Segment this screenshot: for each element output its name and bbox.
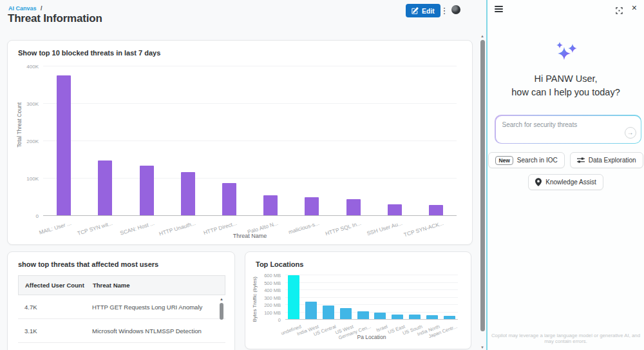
table-row: 3.1KMicrosoft Windows NTLMSSP Detection (18, 319, 225, 343)
y-tick-label: 500 MB (264, 280, 281, 286)
bar (222, 183, 236, 215)
page-title: Threat Information (8, 12, 102, 25)
table-cell: Microsoft Windows NTLMSSP Detection (86, 327, 225, 335)
bar (392, 315, 403, 319)
bar (140, 166, 154, 215)
y-tick-label: 300K (26, 101, 39, 107)
column-header: Affected User Count (19, 282, 86, 289)
scroll-down-icon[interactable]: ▼ (480, 345, 484, 350)
threats-bar-chart: 0100K200K300K400K MAIL: User ...TCP SYN … (43, 66, 457, 216)
search-input[interactable] (496, 116, 641, 143)
copilot-greeting: Hi PANW User, how can I help you today? (488, 72, 644, 99)
bar (340, 308, 352, 320)
y-tick-label: 100 MB (264, 309, 281, 315)
knowledge-assist-button[interactable]: Knowledge Assist (528, 174, 603, 190)
y-tick-label: 300 MB (264, 295, 281, 300)
bar (305, 302, 317, 319)
breadcrumb-link-ai-canvas[interactable]: AI Canvas (8, 5, 37, 12)
table-cell: 4.7K (18, 304, 86, 311)
y-tick-label: 0 (278, 317, 281, 323)
y-tick-label: 600 MB (264, 273, 281, 278)
y-axis-label: Bytes Traffic (bytes) (252, 277, 258, 322)
scroll-up-icon[interactable]: ▲ (220, 297, 223, 302)
table-cell: HTTP GET Requests Long URI Anomaly (86, 304, 225, 311)
chart-title: Show top 10 blocked threats in last 7 da… (18, 49, 160, 57)
chart-title: Top Locations (256, 260, 303, 268)
search-in-ioc-button[interactable]: New Search in IOC (488, 152, 564, 168)
table-body: 4.7KHTTP GET Requests Long URI Anomaly3.… (18, 295, 225, 350)
sparkles-icon (488, 41, 644, 66)
y-axis-label: Total Threat Count (16, 102, 23, 148)
table-scrollbar[interactable]: ▲ (219, 297, 224, 320)
y-tick-label: 200 MB (264, 302, 281, 308)
bar (346, 199, 361, 215)
locations-chart-card: Top Locations Bytes Traffic (bytes) 0100… (245, 251, 471, 349)
bar (98, 160, 112, 215)
threats-chart-card: Show top 10 blocked threats in last 7 da… (7, 40, 473, 245)
search-box: → (495, 115, 641, 144)
table-scroll-thumb[interactable] (220, 303, 223, 320)
y-tick-label: 0 (36, 213, 39, 219)
bar (357, 311, 369, 319)
y-tick-label: 100K (26, 176, 39, 182)
bar (429, 205, 443, 215)
y-tick-label: 400 MB (264, 287, 281, 293)
kebab-menu-icon[interactable]: ⋮ (440, 4, 449, 17)
copilot-logo-icon[interactable] (451, 5, 460, 14)
main-content-area: AI Canvas / Threat Information Edit ⋮ Sh… (0, 0, 486, 350)
sliders-icon (577, 157, 585, 164)
x-axis-title: Threat Name (43, 233, 457, 239)
bar (444, 316, 455, 319)
greeting-line-1: Hi PANW User, (488, 72, 644, 86)
new-badge: New (495, 156, 513, 165)
chart-bars (43, 66, 457, 216)
users-table-card: show top threats that affected most user… (7, 251, 235, 350)
y-tick-label: 400K (26, 64, 39, 70)
bar (374, 313, 386, 319)
close-icon[interactable]: × (632, 3, 637, 13)
expand-icon[interactable] (616, 5, 623, 17)
x-tick-label: Israel (375, 324, 388, 333)
edit-icon (412, 7, 419, 14)
table-row: 3.1KPowerShell Script File (18, 343, 225, 350)
bar (57, 75, 71, 215)
table-title: show top threats that affected most user… (18, 260, 158, 268)
threats-table: Affected User CountThreat Name 4.7KHTTP … (18, 275, 225, 350)
copilot-disclaimer: Copilot may leverage a large language mo… (488, 333, 644, 344)
bar (181, 172, 195, 215)
bar (305, 197, 319, 215)
copilot-panel: × Hi PANW User, how can I help you today… (486, 0, 644, 350)
bar (263, 195, 278, 215)
breadcrumb: AI Canvas / (8, 5, 43, 12)
greeting-line-2: how can I help you today? (488, 86, 644, 99)
chart-bars (285, 274, 458, 320)
bar (288, 275, 299, 319)
y-tick-label: 200K (26, 139, 39, 144)
table-row: 4.7KHTTP GET Requests Long URI Anomaly (18, 295, 225, 319)
bar (426, 315, 438, 319)
arrow-right-icon: → (627, 129, 634, 136)
main-scroll-thumb[interactable] (480, 40, 485, 331)
locations-bar-chart: 0100 MB200 MB300 MB400 MB500 MB600 MB un… (285, 274, 458, 320)
bar (388, 204, 402, 215)
location-pin-icon (535, 178, 542, 186)
bar (409, 315, 421, 319)
main-scrollbar[interactable]: ▲ ▼ (479, 34, 486, 350)
table-header: Affected User CountThreat Name (18, 275, 225, 295)
edit-button[interactable]: Edit (406, 4, 440, 17)
scroll-up-icon[interactable]: ▲ (480, 34, 484, 39)
breadcrumb-separator: / (41, 5, 43, 12)
data-exploration-button[interactable]: Data Exploration (570, 152, 643, 168)
x-axis-title: Pa Location (285, 334, 458, 340)
send-button[interactable]: → (625, 127, 636, 139)
column-header: Threat Name (86, 282, 225, 289)
menu-icon[interactable] (495, 6, 503, 14)
table-cell: 3.1K (18, 327, 86, 335)
bar (323, 306, 334, 319)
